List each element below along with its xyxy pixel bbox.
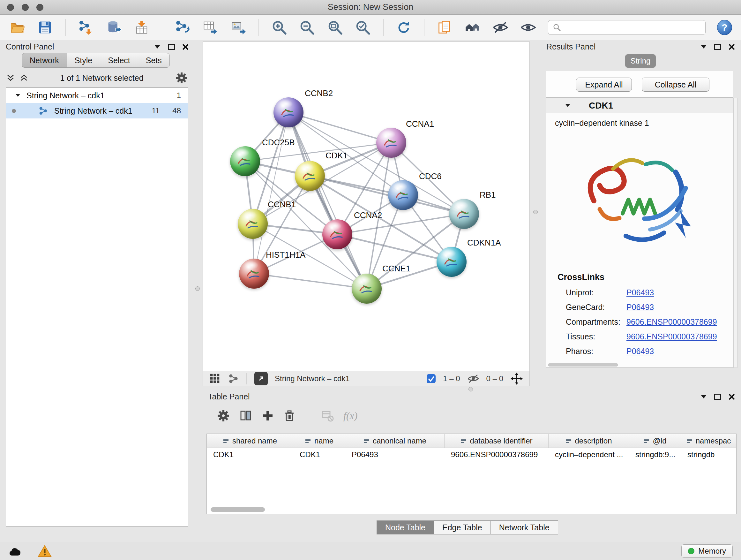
- network-node-ccnb2[interactable]: [273, 98, 304, 127]
- network-share-icon[interactable]: [228, 373, 239, 384]
- column-header-database-identifier[interactable]: database identifier: [445, 434, 549, 448]
- crosslink-link[interactable]: P06493: [626, 347, 654, 356]
- vertical-scrollbar[interactable]: [733, 98, 738, 368]
- table-cell[interactable]: CDK1: [207, 448, 293, 461]
- open-session-button[interactable]: [9, 19, 25, 36]
- warning-icon[interactable]: [38, 545, 52, 557]
- network-node-cdk1[interactable]: [295, 161, 325, 191]
- network-row[interactable]: String Network – cdk1 11 48: [6, 103, 188, 118]
- network-node-ccne1[interactable]: [352, 273, 382, 304]
- toggle-columns-icon[interactable]: [239, 409, 252, 422]
- show-glass-button[interactable]: [520, 19, 536, 36]
- import-network-file-button[interactable]: [78, 19, 94, 36]
- tab-edge-table[interactable]: Edge Table: [434, 520, 491, 535]
- network-node-rb1[interactable]: [449, 199, 479, 229]
- table-row[interactable]: CDK1 CDK1 P06493 9606.ENSP00000378699 cy…: [207, 448, 736, 461]
- horizontal-scrollbar[interactable]: [548, 363, 618, 367]
- birdseye-grid-icon[interactable]: [209, 373, 221, 384]
- column-header-namespace[interactable]: namespac: [681, 434, 736, 448]
- zoom-fit-button[interactable]: [327, 19, 343, 36]
- float-panel-icon[interactable]: [714, 394, 721, 400]
- collapse-panel-icon[interactable]: [700, 394, 707, 399]
- open-full-view-button[interactable]: [254, 372, 268, 385]
- import-network-database-button[interactable]: [106, 19, 122, 36]
- network-node-ccnb1[interactable]: [238, 209, 268, 239]
- crosslink-link[interactable]: 9606.ENSP00000378699: [626, 317, 717, 327]
- pan-move-icon[interactable]: [510, 372, 523, 385]
- chevrons-up-icon[interactable]: [20, 74, 28, 82]
- add-column-plus-icon[interactable]: [262, 410, 274, 422]
- tab-string[interactable]: String: [625, 54, 656, 68]
- close-panel-icon[interactable]: [728, 44, 735, 51]
- new-network-button[interactable]: [174, 19, 191, 36]
- network-node-hist1h1a[interactable]: [239, 259, 269, 289]
- network-node-cdc25b[interactable]: [230, 146, 260, 176]
- collapse-panel-icon[interactable]: [700, 44, 707, 50]
- table-cell[interactable]: stringdb: [681, 448, 736, 461]
- gear-icon[interactable]: [176, 72, 188, 84]
- search-box[interactable]: [548, 20, 705, 35]
- zoom-selected-button[interactable]: [354, 19, 371, 36]
- delete-trash-icon[interactable]: [283, 409, 295, 422]
- table-cell[interactable]: stringdb:9...: [629, 448, 681, 461]
- tab-select[interactable]: Select: [100, 53, 138, 68]
- apply-layout-button[interactable]: [396, 19, 412, 36]
- tab-network-table[interactable]: Network Table: [491, 520, 558, 535]
- close-panel-icon[interactable]: [728, 393, 735, 400]
- zoom-out-button[interactable]: [299, 19, 315, 36]
- protein-section-header[interactable]: CDK1: [546, 98, 733, 113]
- collapse-arrow-icon[interactable]: [15, 93, 21, 98]
- hidden-eye-slash-icon[interactable]: [467, 374, 479, 383]
- tab-node-table[interactable]: Node Table: [377, 520, 434, 535]
- tab-style[interactable]: Style: [67, 53, 100, 68]
- network-node-cdkn1a[interactable]: [436, 247, 467, 277]
- string-home-button[interactable]: [464, 19, 481, 36]
- column-header-shared-name[interactable]: shared name: [207, 434, 293, 448]
- window-close-button[interactable]: [7, 4, 14, 11]
- memory-button[interactable]: Memory: [681, 544, 733, 558]
- horizontal-scrollbar[interactable]: [211, 507, 265, 512]
- network-node-cdc6[interactable]: [388, 180, 418, 210]
- table-settings-gear-icon[interactable]: [217, 409, 230, 422]
- chevrons-down-icon[interactable]: [6, 74, 15, 82]
- collapse-panel-icon[interactable]: [154, 44, 161, 50]
- network-collection-row[interactable]: String Network – cdk1 1: [6, 88, 188, 103]
- export-image-button[interactable]: [230, 19, 246, 36]
- import-table-button[interactable]: [133, 19, 150, 36]
- crosslink-link[interactable]: P06493: [626, 288, 654, 297]
- save-session-button[interactable]: [37, 19, 53, 36]
- search-input[interactable]: [564, 23, 701, 32]
- zoom-in-button[interactable]: [271, 19, 287, 36]
- network-node-ccna1[interactable]: [376, 128, 406, 158]
- network-from-table-button[interactable]: [202, 19, 219, 36]
- float-panel-icon[interactable]: [168, 44, 175, 50]
- splitter-handle[interactable]: [533, 210, 538, 214]
- float-panel-icon[interactable]: [714, 44, 721, 50]
- splitter-handle[interactable]: [195, 287, 200, 291]
- column-header-canonical-name[interactable]: canonical name: [345, 434, 445, 448]
- table-cell[interactable]: cyclin–dependent ...: [549, 448, 629, 461]
- network-node-ccna2[interactable]: [322, 219, 352, 249]
- network-view[interactable]: CCNB2CCNA1CDC25BCDK1CDC6RB1CCNB1CCNA2CDK…: [203, 42, 530, 371]
- column-header-description[interactable]: description: [549, 434, 629, 448]
- crosslink-link[interactable]: P06493: [626, 303, 654, 312]
- window-minimize-button[interactable]: [22, 4, 29, 11]
- column-header-name[interactable]: name: [293, 434, 345, 448]
- window-zoom-button[interactable]: [37, 4, 44, 11]
- crosslink-link[interactable]: 9606.ENSP00000378699: [626, 332, 717, 341]
- table-cell[interactable]: 9606.ENSP00000378699: [445, 448, 549, 461]
- cloud-icon[interactable]: [8, 545, 23, 557]
- help-button[interactable]: ?: [717, 20, 732, 35]
- table-cell[interactable]: CDK1: [293, 448, 345, 461]
- hide-glass-button[interactable]: [492, 19, 509, 36]
- document-copy-button[interactable]: [436, 19, 453, 36]
- tab-sets[interactable]: Sets: [138, 53, 170, 68]
- close-panel-icon[interactable]: [182, 44, 189, 51]
- column-header-id[interactable]: @id: [629, 434, 681, 448]
- selected-checkbox-icon[interactable]: [426, 374, 436, 383]
- expand-all-button[interactable]: Expand All: [576, 78, 632, 91]
- tab-network[interactable]: Network: [22, 53, 67, 68]
- table-cell[interactable]: P06493: [345, 448, 445, 461]
- collapse-all-button[interactable]: Collapse All: [642, 78, 710, 91]
- collapse-arrow-icon[interactable]: [564, 103, 571, 108]
